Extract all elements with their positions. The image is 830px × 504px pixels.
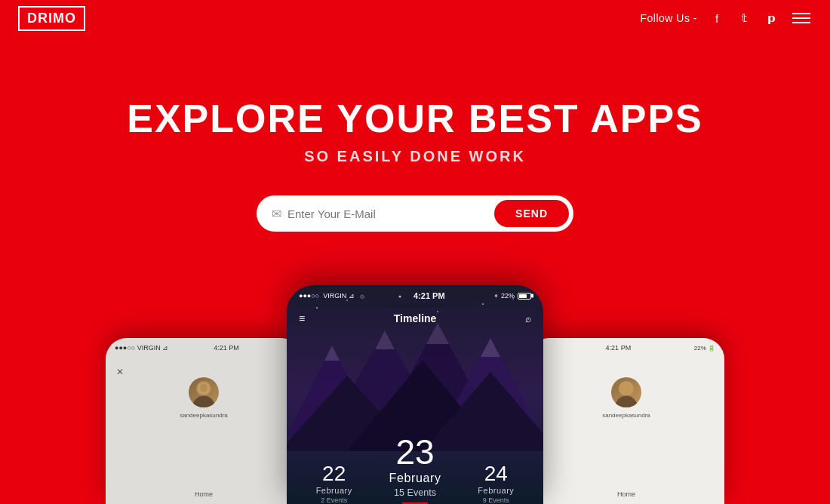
date-23-events: 15 Events	[394, 487, 436, 497]
email-form: ✉ SEND	[257, 195, 573, 232]
close-icon[interactable]: ✕	[113, 365, 127, 379]
hero-section: EXPLORE YOUR BEST APPS SO EASILY DONE WO…	[0, 36, 830, 293]
search-icon-phone[interactable]: ⌕	[525, 312, 531, 324]
carrier-label: VIRGIN ⊿	[323, 292, 355, 300]
date-23-num: 23	[395, 435, 434, 469]
hero-title: EXPLORE YOUR BEST APPS	[127, 97, 703, 140]
logo[interactable]: DRIMO	[18, 6, 85, 31]
center-signal: ●●●○○ VIRGIN ⊿ ⌾	[299, 292, 364, 300]
svg-point-28	[615, 396, 638, 407]
wifi-icon: ⌾	[360, 292, 364, 300]
facebook-icon[interactable]: f	[709, 12, 724, 25]
svg-rect-0	[106, 338, 302, 504]
signal-dots: ●●●○○	[299, 292, 319, 300]
date-22-month: February	[316, 486, 352, 495]
follow-us-label: Follow Us -	[640, 12, 697, 24]
center-battery-pct: 22%	[501, 292, 515, 300]
right-time: 4:21 PM	[606, 344, 632, 352]
center-battery-area: ⌖ 22%	[494, 292, 531, 300]
phone-notch	[385, 303, 445, 308]
email-input[interactable]	[287, 207, 488, 220]
email-icon: ✉	[272, 207, 281, 221]
svg-point-27	[622, 383, 630, 392]
right-home-label: Home	[617, 490, 635, 498]
bluetooth-icon: ⌖	[494, 292, 498, 300]
timeline-dates: 22 February 2 Events 23 February 15 Even…	[287, 330, 543, 504]
phones-section: ●●●○○ VIRGIN ⊿ 4:21 PM 🔋 ✕ sandeepka	[0, 270, 830, 504]
left-home-label: Home	[195, 490, 213, 498]
phone-right: ⊿ 4:21 PM 22% 🔋 sandeepkasundra Home	[528, 338, 724, 504]
hero-subtitle: SO EASILY DONE WORK	[304, 148, 526, 165]
phone-center: ●●●○○ VIRGIN ⊿ ⌾ 4:21 PM ⌖ 22% ≡	[287, 285, 543, 504]
center-time: 4:21 PM	[413, 291, 445, 300]
timeline-title: Timeline	[394, 312, 437, 324]
center-status-bar: ●●●○○ VIRGIN ⊿ ⌾ 4:21 PM ⌖ 22%	[287, 285, 543, 303]
date-23-month: February	[389, 471, 441, 484]
twitter-icon[interactable]: 𝕥	[736, 11, 752, 25]
center-phone-overlay: ●●●○○ VIRGIN ⊿ ⌾ 4:21 PM ⌖ 22% ≡	[287, 285, 543, 504]
date-22-events: 2 Events	[321, 496, 347, 504]
battery-icon	[518, 293, 531, 300]
hamburger-menu-icon[interactable]	[791, 11, 812, 26]
pinterest-icon[interactable]: 𝗽	[764, 11, 779, 25]
right-battery-info: 22% 🔋	[694, 345, 715, 352]
send-button[interactable]: SEND	[494, 200, 569, 227]
center-nav-bar: ≡ Timeline ⌕	[287, 309, 543, 330]
right-avatar	[611, 377, 641, 407]
phone-left: ●●●○○ VIRGIN ⊿ 4:21 PM 🔋 ✕ sandeepka	[106, 338, 302, 504]
date-23: 23 February 15 Events	[389, 435, 441, 504]
right-status-bar: ⊿ 4:21 PM 22% 🔋	[528, 338, 724, 355]
date-22: 22 February 2 Events	[316, 463, 352, 504]
date-24-events: 9 Events	[483, 496, 509, 504]
nav-right: Follow Us - f 𝕥 𝗽	[640, 11, 812, 26]
date-22-num: 22	[322, 463, 346, 484]
left-phone-bg	[106, 338, 302, 504]
date-24: 24 February 9 Events	[478, 463, 514, 504]
navbar: DRIMO Follow Us - f 𝕥 𝗽	[0, 0, 830, 36]
date-24-month: February	[478, 486, 514, 495]
date-24-num: 24	[484, 463, 508, 484]
right-username: sandeepkasundra	[602, 412, 650, 419]
menu-icon-phone[interactable]: ≡	[299, 312, 305, 324]
